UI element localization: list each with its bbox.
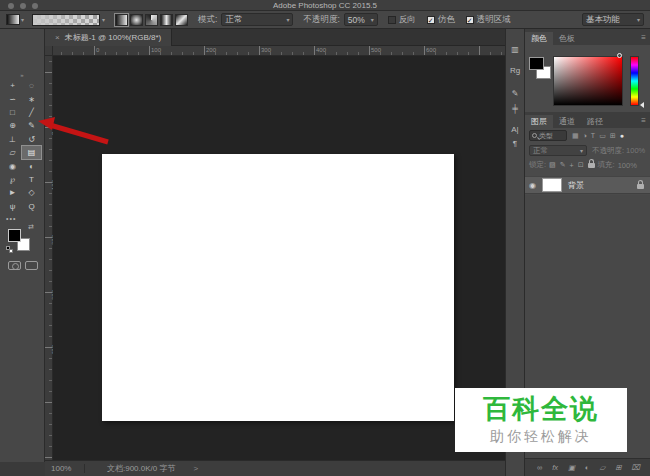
linear-gradient-button[interactable] [115, 14, 128, 26]
document-tab-title: 未标题-1 @ 100%(RGB/8*) [65, 32, 162, 43]
move-tool[interactable]: + [3, 79, 22, 92]
foreground-color-chip[interactable] [529, 57, 544, 70]
eyedropper-tool[interactable]: ╱ [22, 106, 41, 119]
pen-tool[interactable]: ℘ [3, 173, 22, 186]
filter-smart-object-icon[interactable]: ⊞ [610, 132, 616, 140]
color-picker-marker[interactable] [617, 53, 622, 58]
lock-all-icon[interactable] [588, 163, 595, 168]
link-layers-icon[interactable]: ∞ [537, 463, 542, 472]
brush-panel-icon[interactable]: ✎ [505, 89, 525, 98]
layers-filter-row: 类型 ▦◑T▭⊞● [525, 128, 650, 143]
adjustments-panel-icon[interactable]: ▥ [505, 45, 525, 54]
delete-layer-icon[interactable]: ⌧ [631, 463, 640, 472]
angle-gradient-button[interactable] [145, 14, 158, 26]
screen-mode-button[interactable] [25, 261, 38, 270]
paragraph-panel-icon[interactable]: ¶ [505, 139, 525, 148]
canvas[interactable] [102, 154, 454, 421]
lock-artboard-icon[interactable]: ⊡ [578, 161, 584, 169]
crop-tool[interactable]: □ [3, 106, 22, 119]
edit-toolbar-button[interactable]: ••• [6, 215, 16, 222]
tool-preset-picker[interactable]: ▾ [6, 14, 24, 25]
lock-pixels-icon[interactable]: ✎ [560, 161, 566, 169]
tab-color[interactable]: 颜色 [525, 32, 553, 45]
dither-checkbox[interactable]: ✓仿色 [427, 14, 455, 26]
layer-row[interactable]: ◉背景 [525, 176, 650, 194]
layer-opacity-value[interactable]: 100% [626, 146, 645, 155]
default-colors-icon[interactable] [6, 246, 13, 253]
radial-gradient-button[interactable] [130, 14, 143, 26]
fill-value[interactable]: 100% [618, 161, 637, 170]
zoom-level-field[interactable]: 100% [51, 464, 85, 473]
panel-menu-icon[interactable]: ≡ [641, 116, 646, 125]
libraries-panel-icon[interactable]: Rg [505, 66, 525, 75]
hue-slider[interactable] [630, 56, 639, 106]
vertical-ruler[interactable]: 0100200300400 [45, 56, 53, 460]
layer-effects-icon[interactable]: fx [552, 463, 558, 472]
workspace-dropdown[interactable]: 基本功能 ▾ [582, 13, 644, 26]
tab-channels[interactable]: 通道 [553, 115, 581, 128]
reverse-checkbox-box[interactable] [388, 16, 396, 24]
layer-mask-icon[interactable]: ▣ [568, 463, 575, 472]
dither-checkbox-box[interactable]: ✓ [427, 16, 435, 24]
layer-blend-mode-dropdown[interactable]: 正常 ▾ [529, 145, 587, 156]
layer-filter-dropdown[interactable]: 类型 [529, 130, 567, 141]
hue-slider-marker[interactable] [640, 102, 644, 108]
reflected-gradient-button[interactable] [160, 14, 173, 26]
filter-shape-icon[interactable]: ▭ [599, 132, 606, 140]
quick-selection-tool[interactable]: ∗ [22, 92, 41, 105]
character-panel-icon[interactable]: A| [505, 125, 525, 134]
marquee-tool[interactable]: ◌ [22, 79, 41, 92]
transparency-checkbox[interactable]: ✓透明区域 [466, 14, 511, 26]
layer-group-icon[interactable]: ▱ [599, 463, 605, 472]
new-layer-icon[interactable]: ⊞ [615, 463, 621, 472]
chevron-down-icon[interactable]: ▾ [102, 16, 105, 23]
tab-swatches[interactable]: 色板 [553, 32, 581, 45]
document-tab[interactable]: × 未标题-1 @ 100%(RGB/8*) [45, 29, 172, 46]
canvas-viewport [53, 56, 505, 460]
status-menu-arrow-icon[interactable]: > [193, 464, 198, 473]
dodge-tool[interactable]: ◐ [22, 159, 41, 172]
quick-mask-button[interactable] [8, 261, 21, 270]
horizontal-ruler[interactable]: 0100200300400500600 [53, 46, 505, 56]
filter-pixel-icon[interactable]: ▦ [572, 132, 579, 140]
foreground-color-swatch[interactable] [8, 229, 21, 242]
filter-type-icon[interactable]: T [591, 132, 595, 139]
diamond-gradient-button[interactable] [175, 14, 188, 26]
reverse-checkbox[interactable]: 反向 [388, 14, 416, 26]
filter-adjustment-icon[interactable]: ◑ [583, 132, 587, 139]
swap-colors-icon[interactable]: ⇄ [28, 223, 34, 231]
zoom-tool[interactable]: Q [22, 200, 41, 213]
shape-tool[interactable]: ◇ [22, 186, 41, 199]
gradient-preview-swatch[interactable] [32, 14, 100, 26]
panel-menu-icon[interactable]: ≡ [641, 33, 646, 42]
type-tool[interactable]: T [22, 173, 41, 186]
hand-tool[interactable]: ψ [3, 200, 22, 213]
opacity-value: 50% [348, 15, 365, 25]
path-selection-tool[interactable]: ► [3, 186, 22, 199]
document-area: × 未标题-1 @ 100%(RGB/8*) 01002003004005006… [45, 29, 505, 476]
adjustment-layer-icon[interactable]: ◐ [585, 463, 590, 472]
filter-kind-label: 类型 [539, 131, 553, 141]
toolbar-tools: +◌∽∗□╱⊕✎⊥↺▱▤◉◐℘T►◇ψQ [3, 79, 41, 213]
healing-brush-tool[interactable]: ⊕ [3, 119, 22, 132]
opacity-dropdown[interactable]: 50% ▾ [344, 13, 378, 26]
properties-panel-icon[interactable]: ╪ [505, 104, 525, 113]
blur-tool[interactable]: ◉ [3, 159, 22, 172]
history-brush-tool[interactable]: ↺ [22, 133, 41, 146]
layer-thumbnail[interactable] [542, 178, 562, 192]
lock-position-icon[interactable]: + [570, 162, 574, 169]
close-tab-icon[interactable]: × [55, 33, 60, 42]
tab-paths[interactable]: 路径 [581, 115, 609, 128]
clone-stamp-tool[interactable]: ⊥ [3, 133, 22, 146]
gradient-tool[interactable]: ▤ [22, 146, 41, 159]
filter-toggle-icon[interactable]: ● [620, 132, 624, 139]
blend-mode-dropdown[interactable]: 正常 ▾ [221, 13, 293, 26]
lasso-tool[interactable]: ∽ [3, 92, 22, 105]
eraser-tool[interactable]: ▱ [3, 146, 22, 159]
brush-tool[interactable]: ✎ [22, 119, 41, 132]
saturation-brightness-field[interactable] [553, 56, 623, 106]
layer-visibility-icon[interactable]: ◉ [529, 181, 536, 190]
transparency-checkbox-box[interactable]: ✓ [466, 16, 474, 24]
tab-layers[interactable]: 图层 [525, 115, 553, 128]
lock-transparent-icon[interactable]: ▨ [549, 161, 556, 169]
